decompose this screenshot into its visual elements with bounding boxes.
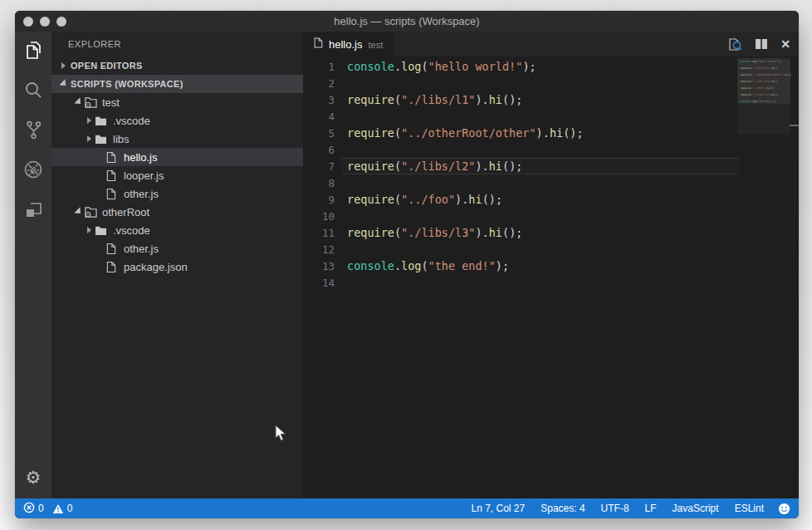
explorer-sidebar: EXPLORER OPEN EDITORSSCRIPTS (WORKSPACE)…	[51, 32, 303, 498]
folder-icon	[95, 115, 111, 126]
vscode-window: hello.js — scripts (Workspace)	[15, 11, 799, 518]
status-item-utf-8[interactable]: UTF-8	[601, 503, 629, 514]
code-line-1[interactable]: 1console.log("hello world!");	[303, 58, 799, 75]
code-line-12[interactable]: 12	[303, 241, 799, 258]
tree-item-label: test	[102, 96, 120, 109]
editor-actions: ✕	[727, 32, 790, 56]
gear-icon[interactable]: ⚙	[15, 469, 51, 487]
sidebar-title: EXPLORER	[51, 32, 303, 56]
tree-item-test[interactable]: test	[51, 93, 303, 111]
code-line-8[interactable]: 8	[303, 174, 799, 191]
traffic-lights[interactable]	[23, 17, 66, 27]
tree-item-open-editors[interactable]: OPEN EDITORS	[51, 56, 303, 75]
line-number: 13	[303, 260, 335, 272]
tree-item-package-json[interactable]: package.json	[51, 258, 303, 276]
code-text: require("./libs/l2").hi();	[347, 159, 522, 173]
chevron-collapsed-icon	[95, 189, 105, 198]
preview-search-icon[interactable]	[727, 37, 742, 52]
status-item-ln-7-col-27[interactable]: Ln 7, Col 27	[472, 503, 526, 514]
file-icon	[105, 188, 122, 200]
code-line-5[interactable]: 5require("../otherRoot/other").hi();	[303, 125, 799, 141]
minimize-window-icon[interactable]	[40, 17, 50, 27]
code-line-10[interactable]: 10	[303, 208, 799, 224]
activity-bar: ⚙	[15, 32, 51, 498]
tab-label: hello.js	[329, 38, 362, 51]
close-icon[interactable]: ✕	[780, 38, 790, 50]
tree-item-libs[interactable]: libs	[51, 130, 303, 148]
title-bar[interactable]: hello.js — scripts (Workspace)	[15, 11, 799, 32]
chevron-collapsed-icon	[84, 135, 95, 143]
line-number: 12	[303, 243, 335, 256]
code-line-4[interactable]: 4	[303, 108, 799, 125]
tree-item--vscode[interactable]: .vscode	[51, 111, 303, 130]
file-icon	[105, 151, 122, 164]
debug-icon	[22, 159, 44, 184]
code-text: require("../foo").hi();	[347, 193, 502, 206]
file-icon	[313, 37, 323, 52]
line-number: 10	[303, 210, 335, 223]
close-window-icon[interactable]	[23, 17, 33, 27]
code-line-14[interactable]: 14	[303, 274, 799, 291]
line-number: 7	[303, 160, 335, 173]
line-number: 2	[303, 77, 335, 90]
minimap[interactable]: console.log("hello world!"); require("./…	[737, 58, 790, 135]
tree-item-hello-js[interactable]: hello.js	[51, 148, 303, 166]
code-line-3[interactable]: 3require("./libs/l1").hi();	[303, 91, 799, 108]
split-editor-icon[interactable]	[755, 38, 768, 50]
line-number: 3	[303, 94, 335, 106]
tree-item-label: .vscode	[113, 115, 150, 127]
warning-icon	[52, 503, 64, 514]
chevron-expanded-icon	[73, 208, 84, 216]
status-item-lf[interactable]: LF	[645, 503, 657, 514]
problems-indicator[interactable]: 0 0	[23, 502, 72, 516]
status-bar: 0 0 Ln 7, Col 27Spaces: 4UTF-8LFJavaScri…	[15, 498, 799, 518]
chevron-collapsed-icon	[95, 171, 105, 179]
tree-item-other-js[interactable]: other.js	[51, 239, 303, 258]
chevron-expanded-icon	[73, 98, 84, 106]
error-count: 0	[38, 503, 44, 514]
debug-button[interactable]	[15, 151, 51, 191]
explorer-button[interactable]	[15, 32, 51, 71]
chevron-collapsed-icon	[84, 226, 95, 234]
line-number: 9	[303, 194, 335, 206]
folder-icon	[95, 134, 111, 145]
tree-item-otherroot[interactable]: otherRoot	[51, 203, 303, 221]
file-icon	[105, 243, 122, 255]
code-text: require("./libs/l1").hi();	[347, 93, 522, 106]
code-line-13[interactable]: 13console.log("the end!");	[303, 258, 799, 274]
code-editor[interactable]: 1console.log("hello world!");23require("…	[303, 56, 799, 498]
status-item-spaces-4[interactable]: Spaces: 4	[541, 503, 585, 514]
tree-item-looper-js[interactable]: looper.js	[51, 166, 303, 184]
status-item-javascript[interactable]: JavaScript	[673, 503, 719, 514]
status-item-eslint[interactable]: ESLint	[735, 503, 764, 514]
extensions-button[interactable]	[15, 191, 51, 231]
tree-item-label: libs	[113, 133, 130, 145]
code-line-6[interactable]: 6	[303, 141, 799, 158]
file-icon	[105, 261, 122, 273]
line-number: 8	[303, 177, 335, 189]
tree-item-scripts-workspace-[interactable]: SCRIPTS (WORKSPACE)	[51, 75, 303, 93]
zoom-window-icon[interactable]	[56, 17, 66, 27]
chevron-collapsed-icon	[58, 61, 69, 70]
tab-hello-js[interactable]: hello.js test	[303, 32, 394, 56]
tree-item-label: .vscode	[113, 224, 150, 237]
root-icon	[84, 206, 100, 218]
tree-item-other-js[interactable]: other.js	[51, 184, 303, 203]
code-line-2[interactable]: 2	[303, 75, 799, 91]
window-title: hello.js — scripts (Workspace)	[15, 15, 799, 27]
tab-bar: hello.js test	[303, 32, 799, 56]
code-line-11[interactable]: 11require("./libs/l3").hi();	[303, 224, 799, 241]
tree-item--vscode[interactable]: .vscode	[51, 221, 303, 239]
source-control-button[interactable]	[15, 111, 51, 151]
line-number: 5	[303, 127, 335, 140]
chevron-collapsed-icon	[95, 153, 105, 161]
search-button[interactable]	[15, 71, 51, 111]
code-area[interactable]: 1console.log("hello world!");23require("…	[303, 58, 799, 291]
smiley-icon[interactable]	[778, 503, 790, 515]
code-text: console.log("hello world!");	[347, 60, 536, 73]
search-icon	[23, 80, 44, 104]
tree-item-label: OPEN EDITORS	[71, 61, 143, 71]
code-line-7[interactable]: 7require("./libs/l2").hi();	[303, 158, 799, 174]
code-line-9[interactable]: 9require("../foo").hi();	[303, 191, 799, 208]
tab-description: test	[368, 38, 383, 50]
